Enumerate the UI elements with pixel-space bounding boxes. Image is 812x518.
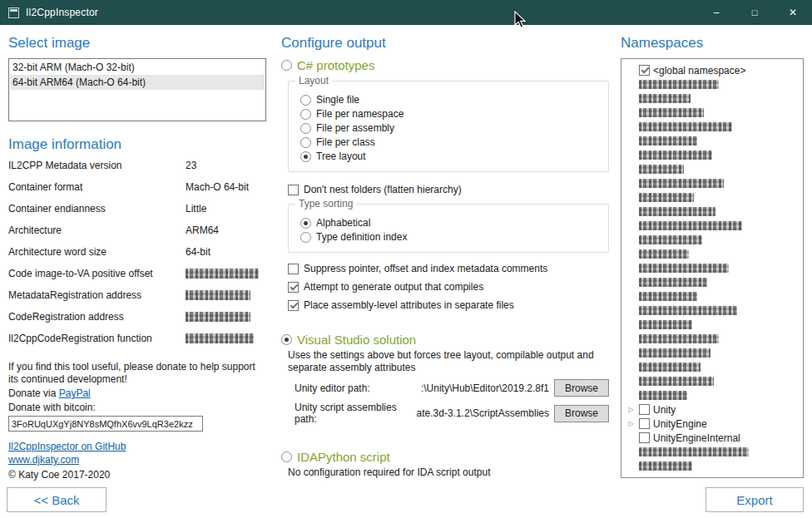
- layout-option-radio[interactable]: [300, 95, 311, 106]
- back-button[interactable]: << Back: [7, 487, 106, 512]
- namespace-checkbox[interactable]: [639, 404, 650, 415]
- namespace-label: <global namespace>: [653, 65, 745, 76]
- sorting-option-label: Type definition index: [316, 231, 407, 243]
- namespace-item[interactable]: ▷ <global namespace>: [625, 63, 800, 77]
- layout-option-radio[interactable]: [300, 151, 311, 162]
- layout-option[interactable]: File per namespace: [300, 108, 600, 120]
- idapython-option[interactable]: IDAPython script: [281, 450, 609, 464]
- namespace-item[interactable]: ▷: [625, 360, 800, 374]
- flatten-checkbox[interactable]: [288, 185, 299, 195]
- info-row: MetadataRegistration address: [8, 289, 266, 311]
- compiles-label: Attempt to generate output that compiles: [304, 281, 483, 293]
- idapython-radio[interactable]: [281, 451, 292, 462]
- namespace-item[interactable]: ▷: [625, 120, 800, 134]
- flatten-option[interactable]: Don't nest folders (flatten hierarchy): [288, 184, 609, 195]
- unity-editor-browse-button[interactable]: Browse: [554, 379, 609, 397]
- redacted-namespace: [639, 278, 707, 287]
- paypal-link[interactable]: PayPal: [59, 387, 91, 399]
- website-link[interactable]: www.djkaty.com: [8, 454, 79, 466]
- namespace-item[interactable]: ▷: [625, 261, 800, 275]
- namespace-item[interactable]: ▷ UnityEngine: [625, 417, 800, 431]
- namespaces-tree[interactable]: ▷ <global namespace> ▷ ▷ ▷: [621, 58, 804, 478]
- image-list-item[interactable]: 32-bit ARM (Mach-O 32-bit): [10, 60, 265, 75]
- namespace-item[interactable]: ▷: [625, 219, 800, 233]
- minimize-button[interactable]: –: [697, 0, 735, 25]
- namespace-item[interactable]: ▷: [625, 148, 800, 162]
- namespace-item[interactable]: ▷: [625, 134, 800, 148]
- info-label: MetadataRegistration address: [8, 289, 186, 301]
- info-value: Little: [186, 203, 206, 215]
- layout-option[interactable]: Single file: [300, 94, 600, 106]
- layout-option[interactable]: Tree layout: [300, 150, 600, 162]
- namespace-item[interactable]: ▷: [625, 106, 800, 120]
- namespace-item[interactable]: ▷: [625, 247, 800, 261]
- redacted-namespace: [639, 363, 701, 372]
- visual-studio-option[interactable]: Visual Studio solution: [281, 333, 609, 347]
- compiles-checkbox[interactable]: [288, 282, 299, 293]
- layout-option-radio[interactable]: [300, 109, 311, 120]
- layout-option[interactable]: File per assembly: [300, 122, 600, 134]
- sorting-option-radio[interactable]: [300, 218, 311, 229]
- info-row: CodeRegistration address: [8, 311, 266, 333]
- redacted-namespace: [639, 136, 697, 146]
- namespace-item[interactable]: ▷: [625, 459, 800, 473]
- bitcoin-address-input[interactable]: [8, 416, 203, 432]
- namespace-item[interactable]: ▷: [625, 77, 800, 91]
- expander-icon[interactable]: ▷: [626, 419, 636, 428]
- namespace-item[interactable]: ▷: [625, 318, 800, 332]
- configure-output-heading: Configure output: [281, 35, 609, 52]
- namespace-checkbox[interactable]: [639, 432, 650, 443]
- close-button[interactable]: ✕: [774, 0, 812, 25]
- namespace-item[interactable]: ▷: [625, 162, 800, 176]
- redacted-namespace: [639, 165, 684, 174]
- image-list-item[interactable]: 64-bit ARM64 (Mach-O 64-bit): [10, 75, 265, 90]
- namespace-item[interactable]: ▷: [625, 176, 800, 190]
- type-sorting-group-label: Type sorting: [295, 198, 356, 210]
- github-link[interactable]: Il2CppInspector on GitHub: [8, 441, 126, 452]
- namespace-item[interactable]: ▷: [625, 445, 800, 459]
- namespace-item[interactable]: ▷: [625, 205, 800, 219]
- layout-option-radio[interactable]: [300, 137, 311, 148]
- namespace-item[interactable]: ▷: [625, 332, 800, 346]
- namespace-item[interactable]: ▷: [625, 346, 800, 360]
- csharp-radio[interactable]: [281, 60, 292, 71]
- namespace-item[interactable]: ▷: [625, 190, 800, 205]
- unity-assemblies-browse-button[interactable]: Browse: [554, 405, 609, 422]
- suppress-checkbox[interactable]: [288, 264, 299, 274]
- info-label: Code image-to-VA positive offset: [8, 268, 186, 279]
- redacted-value: [186, 269, 259, 279]
- namespace-item[interactable]: ▷: [625, 91, 800, 106]
- suppress-option[interactable]: Suppress pointer, offset and index metad…: [288, 263, 609, 274]
- sorting-option[interactable]: Type definition index: [300, 231, 600, 243]
- namespace-item[interactable]: ▷ Unity: [625, 402, 800, 417]
- links-block: Il2CppInspector on GitHub www.djkaty.com…: [8, 440, 266, 481]
- namespace-item[interactable]: ▷: [625, 289, 800, 303]
- namespace-item[interactable]: ▷: [625, 275, 800, 289]
- image-listbox[interactable]: 32-bit ARM (Mach-O 32-bit) 64-bit ARM64 …: [8, 58, 266, 121]
- image-info-heading: Image information: [8, 136, 266, 153]
- unity-editor-path-row: Unity editor path: :\Unity\Hub\Editor\20…: [295, 379, 609, 397]
- layout-group-label: Layout: [295, 75, 332, 86]
- sorting-option[interactable]: Alphabetical: [300, 217, 600, 229]
- redacted-namespace: [639, 461, 692, 471]
- attributes-option[interactable]: Place assembly-level attributes in separ…: [288, 299, 609, 311]
- sorting-option-radio[interactable]: [300, 232, 311, 243]
- attributes-checkbox[interactable]: [288, 300, 299, 311]
- csharp-prototypes-option[interactable]: C# prototypes: [281, 58, 609, 72]
- compiles-option[interactable]: Attempt to generate output that compiles: [288, 281, 609, 293]
- layout-option-radio[interactable]: [300, 123, 311, 134]
- layout-option-label: File per namespace: [316, 108, 404, 120]
- namespace-checkbox[interactable]: [639, 65, 650, 76]
- layout-options-list: Single file File per namespace File per …: [300, 94, 600, 162]
- layout-option[interactable]: File per class: [300, 136, 600, 148]
- maximize-button[interactable]: □: [735, 0, 774, 25]
- visual-studio-radio[interactable]: [281, 334, 292, 345]
- export-button[interactable]: Export: [706, 487, 804, 512]
- namespace-item[interactable]: ▷: [625, 233, 800, 247]
- expander-icon[interactable]: ▷: [626, 405, 636, 414]
- namespace-item[interactable]: ▷ UnityEngineInternal: [625, 431, 800, 445]
- namespace-item[interactable]: ▷: [625, 388, 800, 402]
- namespace-item[interactable]: ▷: [625, 374, 800, 388]
- namespace-item[interactable]: ▷: [625, 303, 800, 318]
- namespace-checkbox[interactable]: [639, 418, 650, 429]
